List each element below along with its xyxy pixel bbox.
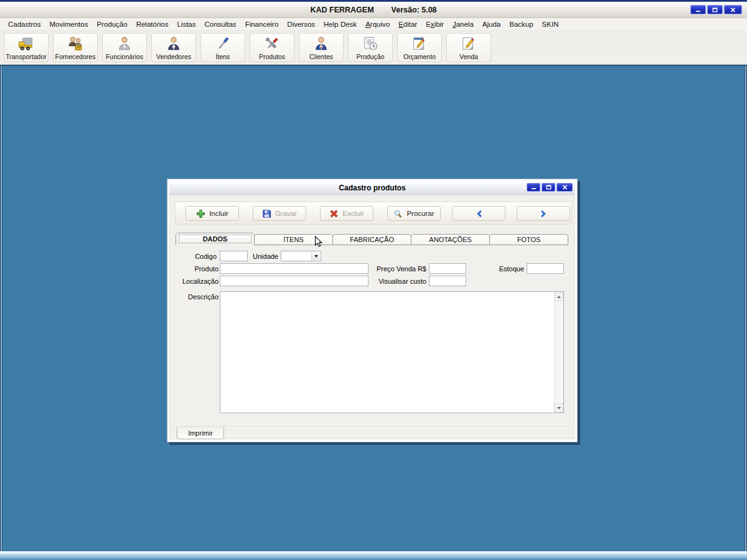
- excluir-button[interactable]: Excluir: [320, 206, 374, 221]
- search-icon: [393, 209, 403, 218]
- menu-item-help-desk[interactable]: Help Desk: [319, 19, 361, 30]
- tab-imprimir[interactable]: Imprimir: [177, 427, 224, 439]
- window-maximize-button[interactable]: [707, 5, 723, 14]
- dialog-action-panel: IncluirGravarExcluirProcurar: [175, 202, 572, 225]
- toolbar-button-label: Produção: [357, 53, 385, 60]
- next-record-button[interactable]: [517, 206, 570, 221]
- procurar-button[interactable]: Procurar: [387, 206, 441, 221]
- toolbar-button-producao[interactable]: Produção: [348, 33, 393, 62]
- menu-item-ajuda[interactable]: Ajuda: [478, 19, 505, 30]
- toolbar-button-label: Orçamento: [403, 53, 436, 60]
- toolbar-button-itens[interactable]: Ítens: [200, 33, 245, 62]
- production-icon: [362, 35, 379, 53]
- tab-itens[interactable]: ÍTENS: [254, 234, 333, 245]
- menu-item-exibir[interactable]: Exibir: [421, 19, 448, 30]
- toolbar-button-label: Produtos: [259, 53, 285, 60]
- arrow-up-icon: [557, 294, 561, 298]
- menu-item-consultas[interactable]: Consultas: [200, 19, 240, 30]
- descricao-label: Descrição: [175, 293, 218, 301]
- menu-item-cadastros[interactable]: Cadastros: [4, 19, 45, 30]
- dialog-window-controls: [527, 183, 573, 192]
- imprimir-label: Imprimir: [188, 429, 213, 437]
- visualizar-custo-label: Visualisar custo: [370, 278, 426, 285]
- toolbar-button-label: Transportador: [6, 53, 47, 60]
- dialog-minimize-button[interactable]: [527, 183, 540, 192]
- minimize-icon: [695, 7, 701, 12]
- menu-item-producao[interactable]: Produção: [92, 19, 131, 30]
- suppliers-icon: [67, 35, 84, 53]
- menu-item-backup[interactable]: Backup: [505, 19, 537, 30]
- menu-item-financeiro[interactable]: Financeiro: [241, 19, 283, 30]
- toolbar-button-transportador[interactable]: Transportador: [4, 33, 49, 62]
- toolbar-button-label: Vendedores: [156, 53, 191, 60]
- produto-label: Produto: [175, 265, 218, 273]
- menu-item-arquivo[interactable]: Arquivo: [361, 19, 394, 30]
- descricao-scrollbar[interactable]: [554, 292, 563, 413]
- toolbar-button-clientes[interactable]: Clientes: [299, 33, 344, 62]
- localizacao-label: Localização: [175, 278, 218, 285]
- window-minimize-button[interactable]: [690, 5, 706, 14]
- bottom-separator: [172, 426, 573, 427]
- estoque-input[interactable]: [527, 263, 564, 274]
- client-icon: [312, 35, 330, 53]
- toolbar-button-vendedores[interactable]: Vendedores: [151, 33, 196, 62]
- action-button-label: Procurar: [406, 210, 434, 217]
- chevron-down-icon: [314, 255, 318, 259]
- toolbar-button-venda[interactable]: Venda: [446, 33, 491, 62]
- scroll-down-button[interactable]: [555, 403, 563, 413]
- dialog-body: IncluirGravarExcluirProcurar DADOSÍTENSF…: [169, 195, 575, 439]
- dialog-close-button[interactable]: [557, 183, 573, 192]
- scroll-up-button[interactable]: [555, 292, 563, 301]
- toolbar-button-label: Ítens: [216, 53, 230, 60]
- dialog-titlebar[interactable]: Cadastro produtos: [169, 181, 575, 195]
- unidade-dropdown-button[interactable]: [311, 252, 320, 260]
- dialog-maximize-button[interactable]: [542, 183, 555, 192]
- codigo-label: Codigo: [179, 253, 217, 260]
- unidade-label: Unidade: [241, 253, 278, 260]
- tab-fotos[interactable]: FOTOS: [489, 234, 568, 245]
- produto-input[interactable]: [220, 263, 369, 274]
- menu-item-skin[interactable]: SKIN: [538, 19, 563, 30]
- application-window: KAD FERRAGEM Versão: 5.08 CadastrosMovim…: [0, 0, 747, 560]
- tab-fabricacao[interactable]: FABRICAÇÃO: [332, 234, 411, 245]
- tab-dados[interactable]: DADOS: [176, 233, 255, 245]
- toolbar-button-label: Clientes: [309, 53, 333, 60]
- dialog-tabstrip: DADOSÍTENSFABRICAÇÃOANOTAÇÕESFOTOS: [176, 233, 571, 245]
- next-arrow-icon: [539, 209, 548, 218]
- preco-venda-label: Preço Venda R$: [370, 265, 426, 273]
- toolbar-button-label: Venda: [459, 53, 478, 60]
- descricao-textarea[interactable]: [220, 292, 554, 413]
- window-frame-top: [0, 0, 747, 2]
- toolbar-button-produtos[interactable]: Produtos: [250, 33, 294, 62]
- seller-icon: [165, 35, 182, 53]
- sale-icon: [460, 35, 477, 53]
- incluir-button[interactable]: Incluir: [186, 206, 239, 221]
- localizacao-input[interactable]: [220, 276, 369, 286]
- toolbar-button-funcionarios[interactable]: Funcionários: [102, 33, 147, 62]
- toolbar-button-fornecedores[interactable]: Fornecedores: [53, 33, 98, 62]
- toolbar-button-orcamento[interactable]: Orçamento: [397, 33, 442, 62]
- descricao-field: [220, 291, 564, 413]
- menu-item-diversos[interactable]: Diversos: [283, 19, 319, 30]
- tab-anotacoes[interactable]: ANOTAÇÕES: [411, 234, 490, 245]
- app-version: Versão: 5.08: [392, 6, 437, 14]
- cadastro-produtos-dialog: Cadastro produtos IncluirGravarExcluirPr…: [167, 179, 578, 442]
- budget-icon: [411, 35, 428, 53]
- save-icon: [262, 209, 271, 218]
- previous-record-button[interactable]: [452, 206, 505, 221]
- visualizar-custo-input[interactable]: [429, 276, 466, 286]
- preco-venda-input[interactable]: [429, 263, 466, 274]
- toolbar-button-label: Fornecedores: [55, 53, 96, 60]
- window-close-button[interactable]: [724, 5, 742, 14]
- menu-item-relatorios[interactable]: Relatórios: [132, 19, 173, 30]
- unidade-combobox[interactable]: [281, 251, 321, 261]
- menu-item-editar[interactable]: Editar: [394, 19, 421, 30]
- gravar-button[interactable]: Gravar: [253, 206, 306, 221]
- menu-item-movimentos[interactable]: Movimentos: [45, 19, 92, 30]
- menu-item-listas[interactable]: Listas: [172, 19, 200, 30]
- menu-item-janela[interactable]: Janela: [448, 19, 478, 30]
- estoque-label: Estoque: [474, 265, 524, 273]
- screwdriver-icon: [214, 35, 232, 53]
- main-titlebar: KAD FERRAGEM Versão: 5.08: [0, 2, 747, 18]
- window-frame-left: [0, 66, 2, 551]
